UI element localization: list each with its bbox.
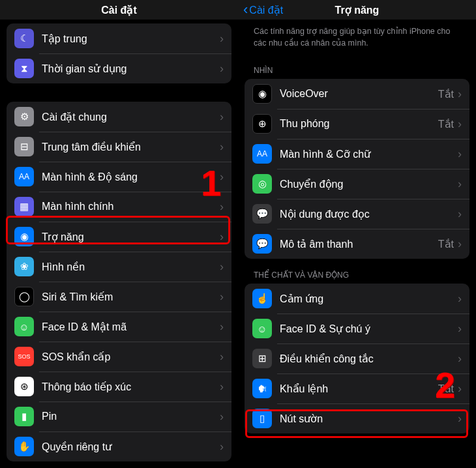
settings-row[interactable]: ❀Hình nền› bbox=[7, 252, 231, 282]
battery-icon: ▮ bbox=[14, 407, 34, 426]
chevron-right-icon: › bbox=[458, 382, 462, 396]
row-label: Hình nền bbox=[42, 261, 220, 273]
chevron-right-icon: › bbox=[458, 207, 462, 221]
row-label: SOS khẩn cấp bbox=[42, 351, 220, 363]
row-label: Thông báo tiếp xúc bbox=[42, 381, 220, 393]
sidebutton-icon: ▯ bbox=[252, 409, 272, 428]
chevron-right-icon: › bbox=[458, 412, 462, 426]
chevron-right-icon: › bbox=[458, 322, 462, 336]
row-label: Màn hình chính bbox=[42, 201, 220, 212]
chevron-right-icon: › bbox=[458, 237, 462, 251]
chevron-right-icon: › bbox=[220, 440, 224, 454]
faceid2-icon: ☺ bbox=[252, 319, 272, 338]
row-label: VoiceOver bbox=[280, 88, 438, 100]
settings-row[interactable]: SOSSOS khẩn cấp› bbox=[7, 342, 231, 372]
settings-row[interactable]: AAMàn hình & Độ sáng› bbox=[7, 162, 231, 192]
row-value: Tắt bbox=[438, 383, 454, 395]
settings-row[interactable]: ◉VoiceOverTắt› bbox=[245, 79, 469, 109]
chevron-right-icon: › bbox=[458, 117, 462, 131]
row-label: Face ID & Mật mã bbox=[42, 321, 220, 333]
settings-row[interactable]: ⊕Thu phóngTắt› bbox=[245, 109, 469, 139]
row-label: Pin bbox=[42, 411, 220, 422]
row-label: Nút sườn bbox=[280, 413, 458, 425]
chevron-left-icon: ‹ bbox=[243, 3, 248, 17]
row-label: Siri & Tìm kiếm bbox=[42, 291, 220, 303]
row-label: Thời gian sử dụng bbox=[42, 63, 220, 75]
row-label: Quyền riêng tư bbox=[42, 441, 220, 453]
chevron-right-icon: › bbox=[220, 350, 224, 364]
settings-row[interactable]: ▯Nút sườn› bbox=[245, 403, 469, 433]
accessibility-icon: ◉ bbox=[14, 227, 34, 246]
row-value: Tắt bbox=[438, 238, 454, 250]
textsize-icon: AA bbox=[252, 144, 272, 164]
settings-row[interactable]: ✋Quyền riêng tư› bbox=[7, 431, 231, 461]
settings-row[interactable]: ⧗Thời gian sử dụng› bbox=[7, 53, 231, 83]
row-label: Nội dung được đọc bbox=[280, 208, 458, 220]
chevron-right-icon: › bbox=[220, 230, 224, 244]
chevron-right-icon: › bbox=[458, 147, 462, 161]
row-label: Trung tâm điều khiển bbox=[42, 141, 220, 153]
chevron-right-icon: › bbox=[220, 62, 224, 76]
row-label: Cảm ứng bbox=[280, 293, 458, 305]
chevron-right-icon: › bbox=[220, 320, 224, 334]
screentime-icon: ⧗ bbox=[14, 59, 34, 78]
settings-row[interactable]: ▮Pin› bbox=[7, 402, 231, 431]
section-vision: NHÌN bbox=[245, 54, 469, 79]
row-label: Màn hình & Độ sáng bbox=[42, 171, 220, 183]
general-icon: ⚙ bbox=[14, 107, 34, 126]
sos-icon: SOS bbox=[14, 347, 34, 366]
switch-icon: ⊞ bbox=[252, 349, 272, 368]
chevron-right-icon: › bbox=[458, 292, 462, 306]
spoken-icon: 💬 bbox=[252, 204, 272, 224]
left-header: Cài đặt bbox=[0, 0, 238, 20]
back-label: Cài đặt bbox=[249, 4, 283, 16]
row-label: Chuyển động bbox=[280, 178, 458, 190]
settings-row[interactable]: 🗣Khẩu lệnhTắt› bbox=[245, 373, 469, 403]
chevron-right-icon: › bbox=[458, 87, 462, 101]
row-value: Tắt bbox=[438, 88, 454, 100]
chevron-right-icon: › bbox=[458, 352, 462, 366]
settings-row[interactable]: ☝Cảm ứng› bbox=[245, 284, 469, 314]
settings-row[interactable]: ⊞Điều khiển công tắc› bbox=[245, 344, 469, 373]
voiceover-icon: ◉ bbox=[252, 84, 272, 104]
display-icon: AA bbox=[14, 167, 34, 186]
chevron-right-icon: › bbox=[220, 32, 224, 46]
privacy-icon: ✋ bbox=[14, 437, 34, 456]
audiodesc-icon: 💬 bbox=[252, 234, 272, 254]
settings-row[interactable]: ⚙Cài đặt chung› bbox=[7, 102, 231, 132]
page-title: Trợ năng bbox=[335, 4, 379, 16]
exposure-icon: ⊛ bbox=[14, 377, 34, 396]
row-label: Cài đặt chung bbox=[42, 111, 220, 123]
chevron-right-icon: › bbox=[220, 290, 224, 304]
chevron-right-icon: › bbox=[220, 410, 224, 424]
siri-icon: ◯ bbox=[14, 287, 34, 306]
focus-icon: ☾ bbox=[14, 29, 34, 48]
settings-row[interactable]: 💬Nội dung được đọc› bbox=[245, 199, 469, 229]
settings-row[interactable]: ⊟Trung tâm điều khiển› bbox=[7, 132, 231, 162]
row-label: Mô tả âm thanh bbox=[280, 238, 438, 250]
settings-row[interactable]: ⊛Thông báo tiếp xúc› bbox=[7, 372, 231, 402]
settings-row[interactable]: ☺Face ID & Mật mã› bbox=[7, 312, 231, 342]
settings-row[interactable]: ▦Màn hình chính› bbox=[7, 192, 231, 222]
chevron-right-icon: › bbox=[458, 177, 462, 191]
homescreen-icon: ▦ bbox=[14, 197, 34, 216]
page-title: Cài đặt bbox=[101, 4, 136, 16]
settings-row[interactable]: ◉Trợ năng› bbox=[7, 222, 231, 252]
settings-row[interactable]: ◎Chuyển động› bbox=[245, 169, 469, 199]
back-button[interactable]: ‹ Cài đặt bbox=[243, 3, 283, 17]
row-label: Thu phóng bbox=[280, 118, 438, 130]
zoom-icon: ⊕ bbox=[252, 114, 272, 134]
settings-row[interactable]: 💬Mô tả âm thanhTắt› bbox=[245, 229, 469, 259]
touch-icon: ☝ bbox=[252, 289, 272, 308]
settings-row[interactable]: ◯Siri & Tìm kiếm› bbox=[7, 282, 231, 312]
settings-row[interactable]: ☺Face ID & Sự chú ý› bbox=[245, 314, 469, 344]
row-label: Màn hình & Cỡ chữ bbox=[280, 148, 458, 160]
row-value: Tắt bbox=[438, 118, 454, 130]
settings-row[interactable]: AAMàn hình & Cỡ chữ› bbox=[245, 139, 469, 169]
chevron-right-icon: › bbox=[220, 170, 224, 184]
row-label: Trợ năng bbox=[42, 231, 220, 243]
settings-row[interactable]: ☾Tập trung› bbox=[7, 23, 231, 53]
faceid-icon: ☺ bbox=[14, 317, 34, 336]
row-label: Khẩu lệnh bbox=[280, 383, 438, 395]
row-label: Face ID & Sự chú ý bbox=[280, 323, 458, 335]
